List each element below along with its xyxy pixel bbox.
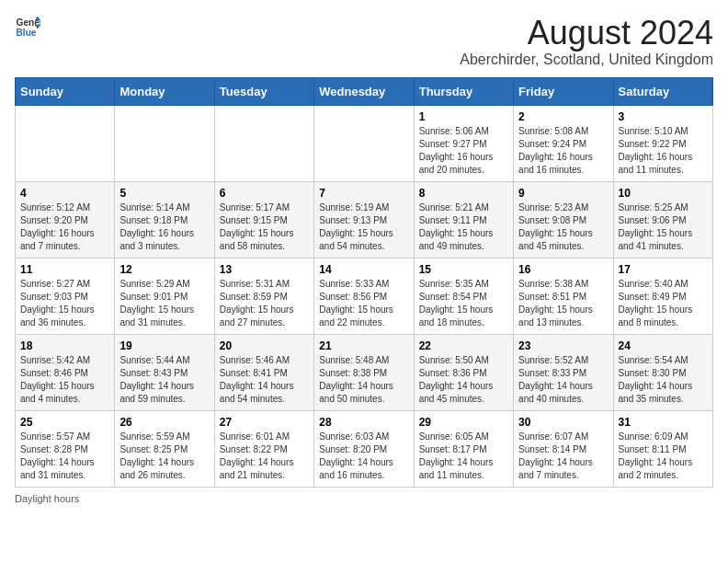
day-number: 18 — [20, 339, 109, 352]
week-row-2: 4Sunrise: 5:12 AMSunset: 9:20 PMDaylight… — [16, 181, 713, 258]
header-row: SundayMondayTuesdayWednesdayThursdayFrid… — [16, 77, 713, 105]
day-number: 6 — [220, 187, 309, 200]
day-number: 3 — [619, 110, 708, 123]
calendar-cell: 20Sunrise: 5:46 AMSunset: 8:41 PMDayligh… — [214, 334, 313, 410]
day-info: Sunrise: 5:54 AMSunset: 8:30 PMDaylight:… — [619, 354, 708, 406]
day-number: 27 — [220, 416, 309, 429]
footer-text: Daylight hours — [15, 493, 79, 504]
day-info: Sunrise: 5:17 AMSunset: 9:15 PMDaylight:… — [220, 201, 309, 253]
day-number: 16 — [518, 263, 608, 276]
logo-icon: General Blue — [15, 15, 40, 40]
day-info: Sunrise: 5:31 AMSunset: 8:59 PMDaylight:… — [220, 278, 309, 329]
day-info: Sunrise: 5:52 AMSunset: 8:33 PMDaylight:… — [518, 354, 608, 406]
day-info: Sunrise: 5:10 AMSunset: 9:22 PMDaylight:… — [619, 125, 708, 177]
calendar-cell: 31Sunrise: 6:09 AMSunset: 8:11 PMDayligh… — [613, 410, 712, 487]
day-info: Sunrise: 5:14 AMSunset: 9:18 PMDaylight:… — [119, 201, 209, 253]
calendar-cell — [314, 105, 414, 181]
day-number: 5 — [119, 187, 209, 200]
calendar-cell: 24Sunrise: 5:54 AMSunset: 8:30 PMDayligh… — [613, 334, 712, 410]
calendar-cell: 10Sunrise: 5:25 AMSunset: 9:06 PMDayligh… — [613, 181, 712, 258]
header-cell-saturday: Saturday — [613, 77, 712, 105]
day-info: Sunrise: 5:48 AMSunset: 8:38 PMDaylight:… — [319, 354, 408, 406]
day-info: Sunrise: 5:08 AMSunset: 9:24 PMDaylight:… — [518, 125, 608, 177]
subtitle: Aberchirder, Scotland, United Kingdom — [460, 52, 713, 68]
day-info: Sunrise: 6:05 AMSunset: 8:17 PMDaylight:… — [419, 431, 508, 482]
day-info: Sunrise: 5:42 AMSunset: 8:46 PMDaylight:… — [20, 354, 109, 406]
calendar-cell: 19Sunrise: 5:44 AMSunset: 8:43 PMDayligh… — [115, 334, 214, 410]
calendar-cell: 18Sunrise: 5:42 AMSunset: 8:46 PMDayligh… — [16, 334, 115, 410]
day-info: Sunrise: 5:23 AMSunset: 9:08 PMDaylight:… — [518, 201, 608, 253]
day-number: 9 — [518, 187, 608, 200]
calendar-cell: 8Sunrise: 5:21 AMSunset: 9:11 PMDaylight… — [414, 181, 513, 258]
header-cell-friday: Friday — [514, 77, 613, 105]
day-number: 17 — [619, 263, 708, 276]
calendar-cell: 6Sunrise: 5:17 AMSunset: 9:15 PMDaylight… — [214, 181, 313, 258]
day-number: 13 — [220, 263, 309, 276]
calendar-cell: 12Sunrise: 5:29 AMSunset: 9:01 PMDayligh… — [115, 258, 214, 334]
footer-note: Daylight hours — [15, 493, 713, 504]
calendar-cell: 14Sunrise: 5:33 AMSunset: 8:56 PMDayligh… — [314, 258, 414, 334]
day-number: 19 — [119, 339, 209, 352]
day-number: 11 — [20, 263, 109, 276]
calendar-cell: 21Sunrise: 5:48 AMSunset: 8:38 PMDayligh… — [314, 334, 414, 410]
calendar-cell: 22Sunrise: 5:50 AMSunset: 8:36 PMDayligh… — [414, 334, 513, 410]
day-info: Sunrise: 5:06 AMSunset: 9:27 PMDaylight:… — [419, 125, 508, 177]
logo: General Blue — [15, 15, 40, 40]
calendar-cell: 9Sunrise: 5:23 AMSunset: 9:08 PMDaylight… — [514, 181, 613, 258]
day-number: 22 — [419, 339, 508, 352]
day-info: Sunrise: 5:19 AMSunset: 9:13 PMDaylight:… — [319, 201, 408, 253]
day-info: Sunrise: 5:46 AMSunset: 8:41 PMDaylight:… — [220, 354, 309, 406]
day-number: 10 — [619, 187, 708, 200]
calendar-cell — [16, 105, 115, 181]
calendar-cell: 25Sunrise: 5:57 AMSunset: 8:28 PMDayligh… — [16, 410, 115, 487]
calendar-cell: 27Sunrise: 6:01 AMSunset: 8:22 PMDayligh… — [214, 410, 313, 487]
calendar-cell: 29Sunrise: 6:05 AMSunset: 8:17 PMDayligh… — [414, 410, 513, 487]
calendar-table: SundayMondayTuesdayWednesdayThursdayFrid… — [15, 77, 713, 488]
calendar-cell: 13Sunrise: 5:31 AMSunset: 8:59 PMDayligh… — [214, 258, 313, 334]
header: General Blue August 2024 Aberchirder, Sc… — [15, 15, 713, 68]
day-number: 15 — [419, 263, 508, 276]
calendar-cell: 23Sunrise: 5:52 AMSunset: 8:33 PMDayligh… — [514, 334, 613, 410]
calendar-cell: 26Sunrise: 5:59 AMSunset: 8:25 PMDayligh… — [115, 410, 214, 487]
day-info: Sunrise: 5:33 AMSunset: 8:56 PMDaylight:… — [319, 278, 408, 329]
week-row-5: 25Sunrise: 5:57 AMSunset: 8:28 PMDayligh… — [16, 410, 713, 487]
day-info: Sunrise: 5:25 AMSunset: 9:06 PMDaylight:… — [619, 201, 708, 253]
calendar-cell: 4Sunrise: 5:12 AMSunset: 9:20 PMDaylight… — [16, 181, 115, 258]
day-info: Sunrise: 5:27 AMSunset: 9:03 PMDaylight:… — [20, 278, 109, 329]
day-number: 30 — [518, 416, 608, 429]
day-number: 21 — [319, 339, 408, 352]
header-cell-wednesday: Wednesday — [314, 77, 414, 105]
day-info: Sunrise: 5:12 AMSunset: 9:20 PMDaylight:… — [20, 201, 109, 253]
week-row-4: 18Sunrise: 5:42 AMSunset: 8:46 PMDayligh… — [16, 334, 713, 410]
calendar-cell — [214, 105, 313, 181]
day-info: Sunrise: 6:01 AMSunset: 8:22 PMDaylight:… — [220, 431, 309, 482]
calendar-cell: 5Sunrise: 5:14 AMSunset: 9:18 PMDaylight… — [115, 181, 214, 258]
week-row-1: 1Sunrise: 5:06 AMSunset: 9:27 PMDaylight… — [16, 105, 713, 181]
header-cell-tuesday: Tuesday — [214, 77, 313, 105]
day-number: 29 — [419, 416, 508, 429]
calendar-cell: 28Sunrise: 6:03 AMSunset: 8:20 PMDayligh… — [314, 410, 414, 487]
day-info: Sunrise: 5:38 AMSunset: 8:51 PMDaylight:… — [518, 278, 608, 329]
calendar-cell: 2Sunrise: 5:08 AMSunset: 9:24 PMDaylight… — [514, 105, 613, 181]
title-section: August 2024 Aberchirder, Scotland, Unite… — [460, 15, 713, 68]
day-info: Sunrise: 6:09 AMSunset: 8:11 PMDaylight:… — [619, 431, 708, 482]
day-number: 4 — [20, 187, 109, 200]
svg-text:Blue: Blue — [17, 28, 37, 38]
calendar-cell: 30Sunrise: 6:07 AMSunset: 8:14 PMDayligh… — [514, 410, 613, 487]
day-number: 8 — [419, 187, 508, 200]
day-number: 14 — [319, 263, 408, 276]
calendar-cell: 11Sunrise: 5:27 AMSunset: 9:03 PMDayligh… — [16, 258, 115, 334]
day-number: 7 — [319, 187, 408, 200]
week-row-3: 11Sunrise: 5:27 AMSunset: 9:03 PMDayligh… — [16, 258, 713, 334]
day-number: 1 — [419, 110, 508, 123]
header-cell-monday: Monday — [115, 77, 214, 105]
calendar-cell: 3Sunrise: 5:10 AMSunset: 9:22 PMDaylight… — [613, 105, 712, 181]
day-number: 12 — [119, 263, 209, 276]
day-info: Sunrise: 5:21 AMSunset: 9:11 PMDaylight:… — [419, 201, 508, 253]
day-info: Sunrise: 5:29 AMSunset: 9:01 PMDaylight:… — [119, 278, 209, 329]
day-number: 28 — [319, 416, 408, 429]
calendar-cell: 15Sunrise: 5:35 AMSunset: 8:54 PMDayligh… — [414, 258, 513, 334]
day-info: Sunrise: 5:59 AMSunset: 8:25 PMDaylight:… — [119, 431, 209, 482]
header-cell-sunday: Sunday — [16, 77, 115, 105]
day-info: Sunrise: 6:03 AMSunset: 8:20 PMDaylight:… — [319, 431, 408, 482]
